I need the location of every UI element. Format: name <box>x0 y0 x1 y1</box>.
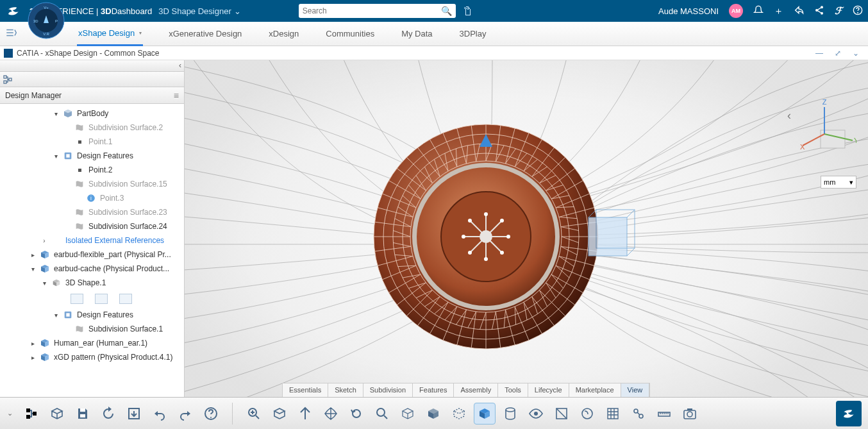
restore-icon[interactable]: ⤢ <box>835 49 841 58</box>
zoom-icon[interactable] <box>371 403 393 425</box>
tree-node[interactable]: Subdivision Surface.24 <box>0 219 184 233</box>
sidebar-toggle-icon[interactable] <box>5 27 17 42</box>
cylinder-icon[interactable] <box>499 403 521 425</box>
rotate-icon[interactable] <box>346 403 367 425</box>
tree-node[interactable]: ▾Design Features <box>0 149 184 163</box>
collapse-left-icon[interactable]: ‹ <box>179 61 181 70</box>
xy-plane-icon[interactable] <box>71 294 83 304</box>
expand-icon[interactable]: ▾ <box>29 265 36 273</box>
section-icon[interactable] <box>551 403 572 425</box>
search-field[interactable]: 🔍 <box>299 4 456 18</box>
tree-node[interactable]: Subdivision Surface.2 <box>0 121 184 135</box>
axis-gizmo[interactable]: Z X Y <box>799 99 856 156</box>
yz-plane-icon[interactable] <box>95 294 108 304</box>
help-icon[interactable] <box>200 403 222 425</box>
tab-xshape-design[interactable]: xShape Design▾ <box>77 22 143 46</box>
expand-icon[interactable]: ▸ <box>29 251 36 258</box>
tree-node[interactable]: ▸earbud-flexible_part (Physical Pr... <box>0 248 184 262</box>
tab-communities[interactable]: Communities <box>324 22 376 45</box>
measure-icon[interactable] <box>653 403 675 425</box>
username-label[interactable]: Aude MASSONI <box>658 6 719 16</box>
expand-icon[interactable]: ▾ <box>53 153 59 160</box>
ds-home-button[interactable] <box>836 401 862 426</box>
tree-node[interactable]: ▸Human_ear (Human_ear.1) <box>0 336 184 350</box>
tree-node[interactable]: Subdivision Surface.1 <box>0 322 184 336</box>
expand-icon[interactable]: ▾ <box>53 312 59 319</box>
tree-node[interactable]: ›Isolated External References <box>0 233 184 248</box>
cmd-tab-features[interactable]: Features <box>413 383 454 397</box>
bell-icon[interactable] <box>753 5 764 17</box>
save-icon[interactable] <box>72 403 94 425</box>
unit-selector[interactable]: mm▾ <box>821 176 856 189</box>
expand-icon[interactable]: › <box>41 237 47 244</box>
tree-node[interactable]: Point.2 <box>0 163 184 177</box>
update-icon[interactable] <box>97 403 119 425</box>
zx-plane-icon[interactable] <box>119 294 132 304</box>
view-prev-icon[interactable]: ‹ <box>787 109 791 122</box>
panel-grip[interactable]: ‹ <box>0 60 184 72</box>
compass-widget[interactable]: V+ 3D P V.R <box>27 1 65 40</box>
cmd-tab-view[interactable]: View <box>621 383 650 397</box>
search-icon[interactable]: 🔍 <box>441 6 452 16</box>
pan-icon[interactable] <box>320 403 342 425</box>
cmd-tab-assembly[interactable]: Assembly <box>454 383 498 397</box>
panel-menu-icon[interactable]: ≡ <box>174 90 179 101</box>
tab-xgenerative-design[interactable]: xGenerative Design <box>167 22 243 45</box>
cmd-tab-marketplace[interactable]: Marketplace <box>569 383 621 397</box>
expand-icon[interactable]: ▾ <box>41 280 47 287</box>
capture-icon[interactable] <box>679 403 701 425</box>
constraints-icon[interactable] <box>628 403 649 425</box>
share-nodes-icon[interactable] <box>814 5 824 17</box>
flash-icon[interactable]: ℱ <box>835 5 842 17</box>
feature-tree[interactable]: ▾PartBodySubdivision Surface.2Point.1▾De… <box>0 104 184 429</box>
cube-view-icon[interactable] <box>269 403 290 425</box>
tree-node[interactable]: ▾earbud-cache (Physical Product... <box>0 262 184 276</box>
tree-node[interactable]: ▸xGD pattern (Physical Product.4.1) <box>0 350 184 364</box>
normal-view-icon[interactable] <box>294 403 316 425</box>
tag-icon[interactable]: 🏷 <box>462 6 473 16</box>
tree-node[interactable]: Subdivision Surface.23 <box>0 205 184 219</box>
wireframe-icon[interactable] <box>397 403 419 425</box>
tree-node[interactable]: Subdivision Surface.15 <box>0 177 184 191</box>
visibility-icon[interactable] <box>525 403 547 425</box>
hidden-icon[interactable] <box>448 403 470 425</box>
tab-3dplay[interactable]: 3DPlay <box>458 22 488 45</box>
shaded-active-icon[interactable] <box>474 403 496 425</box>
tree-node[interactable]: ▾PartBody <box>0 106 184 121</box>
tree-icon[interactable] <box>3 74 13 85</box>
tab-my-data[interactable]: My Data <box>400 22 433 45</box>
expand-icon[interactable]: ▸ <box>29 340 36 347</box>
menu-chevron-icon[interactable]: ⌄ <box>853 49 859 58</box>
toolbar-expand-icon[interactable]: ⌄ <box>7 409 13 417</box>
panel-header: Design Manager ≡ <box>0 87 184 104</box>
minimize-icon[interactable]: — <box>815 49 823 58</box>
avatar[interactable]: AM <box>729 4 743 18</box>
grid-icon[interactable] <box>602 403 624 425</box>
redo-icon[interactable] <box>174 403 196 425</box>
app-selector[interactable]: 3D Shape Designer ⌄ <box>158 6 240 16</box>
expand-icon[interactable]: ▸ <box>29 354 36 361</box>
material-icon[interactable] <box>576 403 598 425</box>
share-arrow-icon[interactable] <box>794 5 804 17</box>
tree-node[interactable]: iPoint.3 <box>0 191 184 205</box>
undo-icon[interactable] <box>149 403 171 425</box>
tree-node[interactable]: ▾3D Shape.1 <box>0 276 184 290</box>
search-input[interactable] <box>303 6 441 15</box>
cmd-tab-essentials[interactable]: Essentials <box>283 383 328 397</box>
3d-viewport[interactable]: ‹ Z X Y mm▾ <box>185 60 868 429</box>
plus-icon[interactable]: ＋ <box>774 5 783 17</box>
tab-xdesign[interactable]: xDesign <box>267 22 300 45</box>
cmd-tab-lifecycle[interactable]: Lifecycle <box>528 383 569 397</box>
tree-node[interactable]: ▾Design Features <box>0 308 184 322</box>
cmd-tab-sketch[interactable]: Sketch <box>328 383 363 397</box>
cmd-tab-tools[interactable]: Tools <box>498 383 528 397</box>
cmd-tab-subdivision[interactable]: Subdivision <box>363 383 413 397</box>
model-tree-icon[interactable] <box>21 403 42 425</box>
help-icon[interactable] <box>853 5 863 17</box>
tree-node[interactable]: Point.1 <box>0 135 184 149</box>
shaded-edges-icon[interactable] <box>422 403 444 425</box>
isometric-view-icon[interactable] <box>46 403 68 425</box>
import-icon[interactable] <box>123 403 145 425</box>
zoom-fit-icon[interactable] <box>243 403 265 425</box>
expand-icon[interactable]: ▾ <box>53 110 59 117</box>
